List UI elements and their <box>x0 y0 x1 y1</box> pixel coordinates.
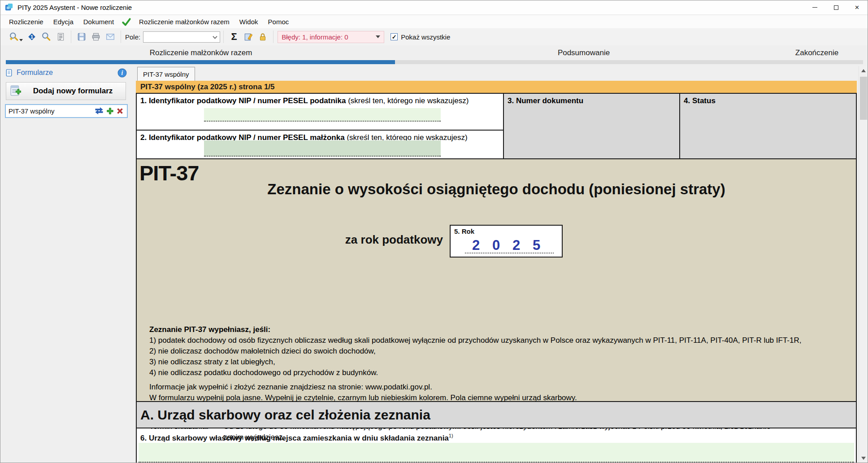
year-value: 2025 <box>451 237 562 253</box>
field3-label: 3. Numer dokumentu <box>508 96 583 105</box>
show-all-label: Pokaż wszystkie <box>401 33 450 41</box>
wizard-progress-fill <box>6 60 395 64</box>
sidebar-title: Formularze <box>17 69 53 77</box>
form-header-area: PIT-37 Zeznanie o wysokości osiągniętego… <box>137 159 856 401</box>
window-title: PITy 2025 Asystent - Nowe rozliczenie <box>17 4 132 11</box>
condition-1: 1) podatek dochodowy od osób fizycznych … <box>149 335 846 346</box>
field6-footnote: 1) <box>449 433 453 438</box>
document-tab-label: PIT-37 wspólny <box>143 70 189 78</box>
year-field[interactable]: 5. Rok 2025 <box>450 225 563 258</box>
pole-field-combobox[interactable] <box>143 31 220 43</box>
title-bar: PITy 2025 Asystent - Nowe rozliczenie × <box>0 0 868 15</box>
pit37-form-page: 1. Identyfikator podatkowy NIP / numer P… <box>136 93 857 463</box>
info-icon[interactable]: i <box>117 68 127 78</box>
zoom-in-icon[interactable] <box>7 30 21 44</box>
conditions-heading: Zeznanie PIT-37 wypełniasz, jeśli: <box>149 324 846 335</box>
vertical-scrollbar[interactable] <box>859 66 868 463</box>
page-banner: PIT-37 wspólny (za 2025 r.) strona 1/5 <box>136 81 857 93</box>
wizard-step-zakonczenie[interactable]: Zakończenie <box>795 48 838 57</box>
save-icon[interactable] <box>74 30 89 44</box>
sidebar-item-label: PIT-37 wspólny <box>9 107 55 115</box>
lock-icon[interactable] <box>256 30 270 44</box>
add-form-icon <box>10 85 24 97</box>
year-caption: za rok podatkowy <box>271 233 443 247</box>
scroll-up-icon[interactable] <box>859 66 868 75</box>
swap-form-icon[interactable] <box>94 107 104 115</box>
close-button[interactable]: × <box>846 0 868 14</box>
print-icon[interactable] <box>89 30 103 44</box>
forms-sidebar: Formularze i Dodaj nowy formularz PIT-37… <box>0 66 131 463</box>
errors-caret-icon <box>376 35 380 38</box>
errors-dropdown[interactable]: Błędy: 1, informacje: 0 <box>278 31 384 43</box>
application-window: PITy 2025 Asystent - Nowe rozliczenie × … <box>0 0 868 463</box>
show-all-checkbox[interactable]: ✓ <box>391 33 398 40</box>
field1-label: 1. Identyfikator podatkowy NIP / numer P… <box>140 96 469 105</box>
add-new-form-button[interactable]: Dodaj nowy formularz <box>6 82 126 100</box>
wizard-step-rozliczenie[interactable]: Rozliczenie małżonków razem <box>150 48 252 57</box>
app-icon <box>5 3 13 12</box>
toolbar: 1 Pole: <box>0 28 868 45</box>
errors-text: Błędy: 1, informacje: 0 <box>282 33 348 41</box>
scrollbar-thumb[interactable] <box>860 77 867 120</box>
menu-rozliczenie-malzonkow[interactable]: Rozliczenie małżonków razem <box>134 16 234 27</box>
field1-input[interactable] <box>204 108 441 122</box>
svg-text:i: i <box>122 70 123 76</box>
svg-text:1: 1 <box>30 34 33 39</box>
email-icon[interactable] <box>103 30 117 44</box>
zoom-dropdown-caret[interactable] <box>19 39 23 41</box>
condition-2: 2) nie doliczasz dochodów małoletnich dz… <box>149 346 846 357</box>
maximize-button[interactable] <box>825 0 846 14</box>
menu-edycja[interactable]: Edycja <box>48 16 78 27</box>
delete-icon[interactable] <box>116 107 124 115</box>
field2-input[interactable] <box>204 140 441 157</box>
minimize-button[interactable] <box>804 0 825 14</box>
sum-icon[interactable]: Σ <box>227 30 241 44</box>
wizard-header: Rozliczenie małżonków razem Podsumowanie… <box>0 45 868 66</box>
wizard-progress-track <box>6 60 863 64</box>
form-document-icon <box>5 69 13 77</box>
field6-input[interactable] <box>139 443 854 463</box>
valid-checkmark-icon <box>122 17 131 27</box>
notes-icon[interactable] <box>53 30 68 44</box>
sidebar-item-pit37[interactable]: PIT-37 wspólny <box>5 104 128 118</box>
add-icon[interactable] <box>106 107 114 115</box>
menu-dokument[interactable]: Dokument <box>78 16 119 27</box>
info-line-1: Informacje jak wypełnić i złożyć zeznani… <box>149 382 846 393</box>
document-tab[interactable]: PIT-37 wspólny <box>137 67 195 81</box>
pole-label: Pole: <box>125 33 140 41</box>
scroll-down-icon[interactable] <box>859 454 868 463</box>
menu-bar: Rozliczenie Edycja Dokument Rozliczenie … <box>0 15 868 28</box>
year-underline <box>465 253 554 253</box>
menu-rozliczenie[interactable]: Rozliczenie <box>4 16 48 27</box>
year-field-label: 5. Rok <box>454 227 474 235</box>
section-a-header: A. Urząd skarbowy oraz cel złożenia zezn… <box>137 401 856 428</box>
form-title: Zeznanie o wysokości osiągniętego dochod… <box>137 181 856 198</box>
condition-3: 3) nie odliczasz straty z lat ubiegłych, <box>149 357 846 367</box>
menu-widok[interactable]: Widok <box>234 16 263 27</box>
wizard-step-podsumowanie[interactable]: Podsumowanie <box>558 48 610 57</box>
menu-pomoc[interactable]: Pomoc <box>263 16 294 27</box>
edit-icon[interactable] <box>241 30 256 44</box>
add-new-form-label: Dodaj nowy formularz <box>24 87 122 96</box>
goto-field-icon[interactable]: 1 <box>25 30 39 44</box>
search-icon[interactable] <box>39 30 53 44</box>
field4-label: 4. Status <box>684 96 716 105</box>
chevron-down-icon <box>213 34 217 39</box>
field6-label: 6. Urząd skarbowy właściwy według miejsc… <box>140 433 453 443</box>
condition-4: 4) nie odliczasz podatku dochodowego od … <box>149 367 846 378</box>
